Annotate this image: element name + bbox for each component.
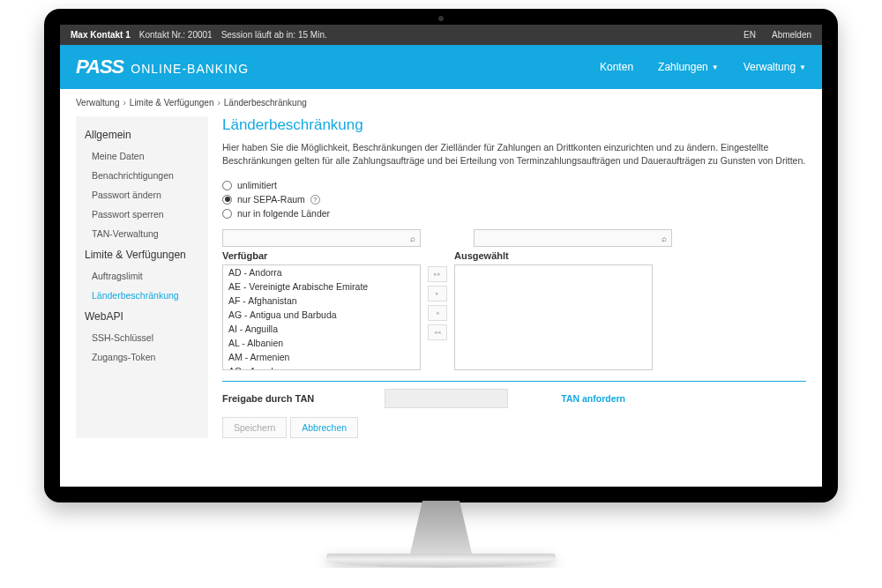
move-right-button[interactable]: ▸: [428, 286, 447, 301]
tan-label: Freigabe durch TAN: [222, 393, 314, 404]
logout-link[interactable]: Abmelden: [772, 30, 811, 40]
page-title: Länderbeschränkung: [222, 116, 806, 134]
chevron-right-icon: ›: [123, 98, 125, 108]
help-icon[interactable]: ?: [310, 195, 320, 205]
sidebar-item-laenderbeschraenkung[interactable]: Länderbeschränkung: [76, 286, 208, 305]
available-label: Verfügbar: [222, 250, 421, 261]
nav-konten[interactable]: Konten: [600, 61, 633, 73]
nav-zahlungen[interactable]: Zahlungen ▼: [658, 61, 719, 73]
session-timer: Session läuft ab in: 15 Min.: [221, 30, 327, 40]
sidebar-item-auftragslimit[interactable]: Auftragslimit: [76, 266, 208, 286]
list-item[interactable]: AE - Vereinigte Arabische Emirate: [223, 279, 420, 294]
chevron-down-icon: ▼: [799, 63, 806, 71]
app-window: Max Kontakt 1 Kontakt Nr.: 20001 Session…: [60, 25, 822, 487]
sidebar: Allgemein Meine Daten Benachrichtigungen…: [76, 116, 208, 438]
tan-request-link[interactable]: TAN anfordern: [561, 393, 625, 404]
list-item[interactable]: AG - Antigua und Barbuda: [223, 308, 420, 322]
radio-unlimitiert[interactable]: [222, 181, 232, 190]
radio-label: nur SEPA-Raum: [237, 194, 305, 205]
sidebar-item-benachrichtigungen[interactable]: Benachrichtigungen: [76, 166, 208, 185]
logo: PASS ONLINE-BANKING: [76, 56, 249, 78]
header: PASS ONLINE-BANKING Konten Zahlungen ▼ V…: [60, 45, 822, 89]
tan-input[interactable]: [385, 389, 508, 408]
search-icon: ⌕: [410, 234, 415, 243]
search-selected-input[interactable]: ⌕: [474, 229, 672, 247]
contact-nr: Kontakt Nr.: 20001: [139, 30, 213, 40]
sidebar-item-passwort-sperren[interactable]: Passwort sperren: [76, 205, 208, 224]
main-content: Länderbeschränkung Hier haben Sie die Mö…: [222, 116, 806, 438]
topbar: Max Kontakt 1 Kontakt Nr.: 20001 Session…: [60, 25, 822, 45]
search-available-input[interactable]: ⌕: [222, 229, 421, 247]
list-item[interactable]: AF - Afghanistan: [223, 294, 420, 308]
move-all-right-button[interactable]: ▸▸: [428, 266, 447, 282]
move-all-left-button[interactable]: ◂◂: [428, 324, 447, 340]
list-item[interactable]: AL - Albanien: [223, 336, 420, 350]
radio-folgende-laender[interactable]: [222, 209, 232, 219]
search-icon: ⌕: [662, 234, 667, 243]
contact-name: Max Kontakt 1: [71, 30, 131, 40]
sidebar-item-passwort-aendern[interactable]: Passwort ändern: [76, 185, 208, 205]
lang-switch[interactable]: EN: [744, 30, 756, 40]
breadcrumb-item[interactable]: Limite & Verfügungen: [130, 98, 214, 108]
sidebar-item-ssh-schluessel[interactable]: SSH-Schlüssel: [76, 328, 208, 347]
page-description: Hier haben Sie die Möglichkeit, Beschrän…: [222, 141, 806, 167]
breadcrumb-item[interactable]: Verwaltung: [76, 98, 119, 108]
available-countries-list[interactable]: AD - Andorra AE - Vereinigte Arabische E…: [222, 264, 421, 370]
sidebar-item-tan-verwaltung[interactable]: TAN-Verwaltung: [76, 224, 208, 243]
chevron-down-icon: ▼: [712, 63, 719, 71]
divider: [222, 381, 806, 382]
list-item[interactable]: AO - Angola: [223, 364, 420, 370]
cancel-button[interactable]: Abbrechen: [290, 417, 358, 438]
list-item[interactable]: AD - Andorra: [223, 265, 420, 279]
list-item[interactable]: AI - Anguilla: [223, 322, 420, 336]
sidebar-item-zugangs-token[interactable]: Zugangs-Token: [76, 347, 208, 367]
breadcrumb: Verwaltung › Limite & Verfügungen › Länd…: [60, 89, 822, 116]
sidebar-group-webapi: WebAPI: [76, 305, 208, 328]
nav-verwaltung[interactable]: Verwaltung ▼: [744, 61, 806, 73]
list-item[interactable]: AM - Armenien: [223, 350, 420, 364]
move-left-button[interactable]: ◂: [428, 305, 447, 321]
sidebar-group-limite: Limite & Verfügungen: [76, 243, 208, 266]
sidebar-item-meine-daten[interactable]: Meine Daten: [76, 146, 208, 166]
sidebar-group-allgemein: Allgemein: [76, 123, 208, 146]
selected-countries-list[interactable]: [454, 264, 653, 370]
radio-sepa[interactable]: [222, 195, 232, 205]
chevron-right-icon: ›: [217, 98, 220, 108]
selected-label: Ausgewählt: [454, 250, 653, 261]
save-button[interactable]: Speichern: [222, 417, 287, 438]
radio-label: nur in folgende Länder: [237, 208, 330, 219]
radio-label: unlimitiert: [237, 180, 277, 190]
breadcrumb-item: Länderbeschränkung: [224, 98, 307, 108]
